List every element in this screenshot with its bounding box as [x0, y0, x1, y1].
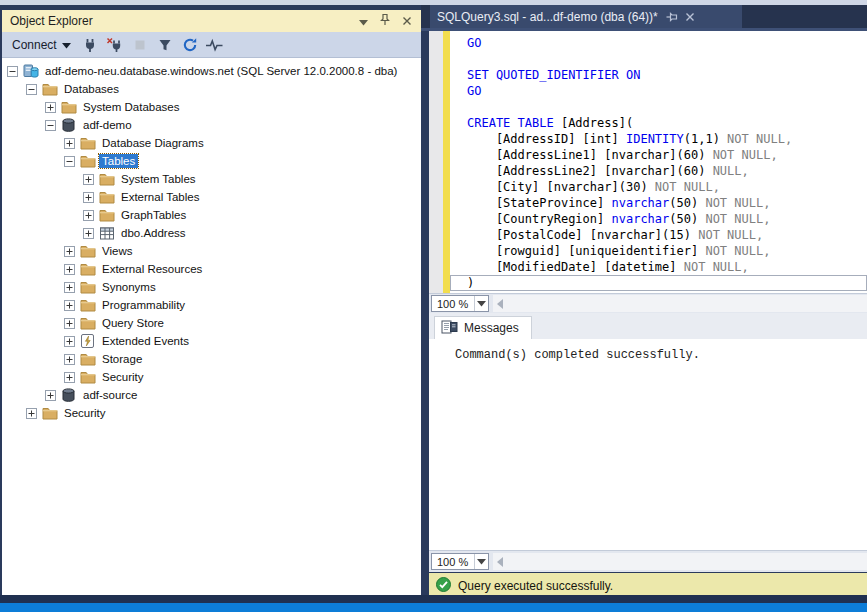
tree-item-security[interactable]: Security [2, 404, 421, 422]
chevron-down-icon[interactable] [474, 554, 488, 569]
tree-item-storage[interactable]: Storage [2, 350, 421, 368]
server-icon [22, 63, 39, 79]
chevron-down-icon [62, 38, 71, 52]
results-zoom-select[interactable]: 100 % [431, 553, 489, 570]
tree-item-query-store[interactable]: Query Store [2, 314, 421, 332]
tree-indent [2, 197, 82, 198]
results-horizontal-scrollbar[interactable] [493, 553, 867, 570]
tree-item-external-resources[interactable]: External Resources [2, 260, 421, 278]
tree-item-graphtables[interactable]: GraphTables [2, 206, 421, 224]
close-icon[interactable] [399, 13, 415, 29]
expand-icon[interactable] [63, 137, 76, 150]
pin-icon[interactable] [665, 11, 678, 23]
collapse-icon[interactable] [6, 65, 19, 78]
zoom-value: 100 % [432, 298, 474, 310]
tree-item-tables[interactable]: Tables [2, 152, 421, 170]
expand-icon[interactable] [44, 101, 57, 114]
tree-item-label: adf-demo [80, 118, 135, 132]
expand-icon[interactable] [82, 227, 95, 240]
expand-icon[interactable] [25, 407, 38, 420]
object-explorer-tree[interactable]: adf-demo-neu.database.windows.net (SQL S… [2, 59, 421, 595]
expand-icon[interactable] [82, 173, 95, 186]
tree-item-dbo-address[interactable]: dbo.Address [2, 224, 421, 242]
expand-icon[interactable] [63, 335, 76, 348]
expand-icon[interactable] [63, 245, 76, 258]
disconnect-icon[interactable] [104, 35, 126, 55]
folder-icon [79, 297, 96, 313]
folder-icon [98, 189, 115, 205]
editor-horizontal-scrollbar[interactable] [493, 295, 867, 312]
pin-icon[interactable] [377, 11, 393, 27]
close-icon[interactable] [685, 12, 695, 22]
collapse-icon[interactable] [25, 83, 38, 96]
tree-item-label: System Tables [118, 172, 199, 186]
expand-icon[interactable] [82, 209, 95, 222]
editor-zoom-select[interactable]: 100 % [431, 295, 489, 312]
collapse-icon[interactable] [44, 119, 57, 132]
object-explorer-panel: Object Explorer Connect adf-demo-neu.dat… [2, 10, 421, 595]
tree-item-adf-demo[interactable]: adf-demo [2, 116, 421, 134]
tree-item-adf-demo-neu-database-windows-net-sql-server-12-0-2000-8-dba[interactable]: adf-demo-neu.database.windows.net (SQL S… [2, 62, 421, 80]
expand-icon[interactable] [63, 353, 76, 366]
code-area[interactable]: GO SET QUOTED_IDENTIFIER ONGO CREATE TAB… [450, 35, 867, 293]
code-line: CREATE TABLE [Address]( [450, 115, 867, 131]
chevron-down-icon[interactable] [355, 15, 371, 31]
code-line: [ModifiedDate] [datetime] NOT NULL, [450, 259, 867, 275]
code-line: [AddressLine1] [nvarchar](60) NOT NULL, [450, 147, 867, 163]
tree-item-security[interactable]: Security [2, 368, 421, 386]
tree-item-label: adf-demo-neu.database.windows.net (SQL S… [42, 64, 400, 78]
tab-sqlquery3[interactable]: SQLQuery3.sql - ad...df-demo (dba (64))* [430, 5, 742, 28]
tree-item-external-tables[interactable]: External Tables [2, 188, 421, 206]
messages-tab-label: Messages [464, 321, 519, 335]
expand-icon[interactable] [63, 371, 76, 384]
filter-icon[interactable] [154, 35, 176, 55]
collapse-icon[interactable] [63, 155, 76, 168]
object-explorer-toolbar: Connect [2, 32, 421, 58]
tree-item-databases[interactable]: Databases [2, 80, 421, 98]
expand-icon[interactable] [82, 191, 95, 204]
chevron-down-icon[interactable] [474, 296, 488, 311]
connect-icon[interactable] [79, 35, 101, 55]
tree-item-system-databases[interactable]: System Databases [2, 98, 421, 116]
code-line: GO [450, 83, 867, 99]
tree-indent [2, 161, 63, 162]
code-line: [AddressLine2] [nvarchar](60) NULL, [450, 163, 867, 179]
object-explorer-title-bar[interactable]: Object Explorer [2, 10, 421, 32]
tree-indent [2, 89, 25, 90]
scroll-left-icon[interactable] [493, 299, 504, 309]
changed-lines-bar [443, 31, 450, 293]
tree-item-programmability[interactable]: Programmability [2, 296, 421, 314]
connect-button-label: Connect [12, 38, 57, 52]
tree-item-label: dbo.Address [118, 226, 189, 240]
folder-icon [79, 135, 96, 151]
tree-item-system-tables[interactable]: System Tables [2, 170, 421, 188]
panel-title: Object Explorer [10, 14, 93, 28]
document-tab-strip: SQLQuery3.sql - ad...df-demo (dba (64))* [421, 5, 867, 28]
scroll-left-icon[interactable] [493, 557, 504, 567]
tree-item-label: Views [99, 244, 135, 258]
tree-item-extended-events[interactable]: Extended Events [2, 332, 421, 350]
expand-icon[interactable] [63, 299, 76, 312]
folder-icon [79, 369, 96, 385]
activity-monitor-icon[interactable] [204, 35, 226, 55]
tree-item-synonyms[interactable]: Synonyms [2, 278, 421, 296]
expand-icon[interactable] [63, 281, 76, 294]
tree-indent [2, 143, 63, 144]
results-panel: Messages Command(s) completed successful… [429, 313, 867, 550]
tree-item-adf-source[interactable]: adf-source [2, 386, 421, 404]
tree-indent [2, 323, 63, 324]
panel-splitter[interactable] [421, 5, 429, 595]
expand-icon[interactable] [44, 389, 57, 402]
sql-editor[interactable]: GO SET QUOTED_IDENTIFIER ONGO CREATE TAB… [429, 31, 867, 293]
tab-messages[interactable]: Messages [434, 316, 532, 339]
editor-zoom-row: 100 % [429, 293, 867, 313]
tree-item-label: Security [99, 370, 147, 384]
zoom-value: 100 % [432, 556, 474, 568]
connect-button[interactable]: Connect [8, 36, 75, 54]
tree-item-views[interactable]: Views [2, 242, 421, 260]
expand-icon[interactable] [63, 317, 76, 330]
tree-item-label: Storage [99, 352, 145, 366]
refresh-icon[interactable] [179, 35, 201, 55]
expand-icon[interactable] [63, 263, 76, 276]
tree-item-database-diagrams[interactable]: Database Diagrams [2, 134, 421, 152]
